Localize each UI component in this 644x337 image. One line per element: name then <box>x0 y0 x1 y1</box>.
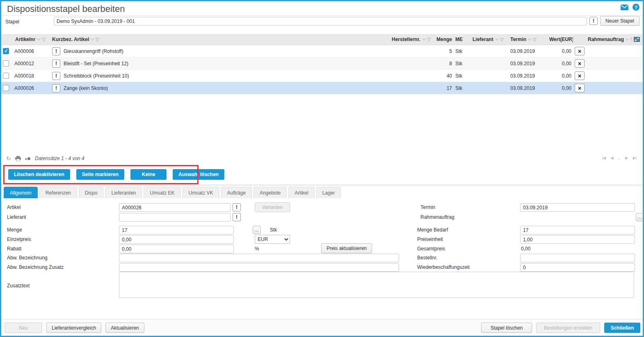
row-checkbox[interactable] <box>3 85 9 91</box>
rahmenauftrag-more-button[interactable]: ... <box>636 213 644 221</box>
print-icon[interactable] <box>15 156 21 161</box>
tab-umsatz-ek[interactable]: Umsatz EK <box>144 187 180 198</box>
table-row[interactable]: A000018 !Schreibblock (Preiseinheit 10) … <box>1 70 643 82</box>
column-termin[interactable]: Termin <box>509 37 548 42</box>
pager-last[interactable]: ▶| <box>633 156 636 160</box>
abw-bezeichnung-label: Abw. Bezeichnung <box>7 255 48 261</box>
einzelpreis-label: Einzelpreis <box>7 236 31 242</box>
tab-umsatz-vk[interactable]: Umsatz VK <box>183 187 219 198</box>
stapel-warn-button[interactable]: ! <box>589 17 598 25</box>
aktualisieren-button[interactable]: Aktualisieren <box>105 323 144 333</box>
einzelpreis-input[interactable] <box>119 235 234 244</box>
sort-icon[interactable] <box>37 38 41 42</box>
column-me[interactable]: ME <box>454 37 471 42</box>
column-lieferant[interactable]: Lieferant <box>471 37 509 42</box>
table-row[interactable]: A000006 !Giesskannengriff (Rohstoff) 5 S… <box>1 45 643 57</box>
tab-referenzen[interactable]: Referenzen <box>39 187 77 198</box>
table-row[interactable]: A000012 !Bleistift - Set (Preiseinheit 1… <box>1 57 643 70</box>
artikel-warn-button[interactable]: ! <box>233 203 241 211</box>
row-checkbox[interactable] <box>3 73 9 79</box>
auswahl-loeschen-button[interactable]: Auswahl löschen <box>173 169 224 180</box>
warn-button[interactable]: ! <box>52 47 60 55</box>
sort-icon[interactable] <box>626 38 629 42</box>
column-rahmenauftrag[interactable]: Rahmenauftrag <box>586 37 632 42</box>
rabatt-label: Rabatt <box>7 246 21 252</box>
loeschen-deaktivieren-button[interactable]: Löschen deaktivieren <box>8 169 70 180</box>
app-window: Dispositionsstapel bearbeiten ? Stapel !… <box>0 0 644 337</box>
warn-button[interactable]: ! <box>52 72 60 80</box>
menge-bedarf-input[interactable] <box>520 226 635 234</box>
refresh-icon[interactable]: ↻ <box>6 155 11 162</box>
abw-bezeichnung-input[interactable] <box>119 254 399 262</box>
currency-select[interactable]: EUR <box>255 235 290 244</box>
sort-icon[interactable] <box>495 38 499 42</box>
lieferant-input[interactable] <box>119 213 231 222</box>
stapel-input[interactable] <box>54 17 587 25</box>
menge-more-button[interactable]: ... <box>253 226 261 234</box>
artikel-input[interactable] <box>119 203 231 212</box>
disposition-table: Artikelnr Kurzbez. Artikel Herstellernr.… <box>1 34 643 94</box>
remove-row-button[interactable]: × <box>575 71 585 80</box>
filter-icon[interactable] <box>532 38 537 42</box>
tab-allgemein[interactable]: Allgemein <box>4 187 38 198</box>
column-kurzbez[interactable]: Kurzbez. Artikel <box>50 37 390 42</box>
filter-icon[interactable] <box>427 38 431 42</box>
filter-icon[interactable] <box>500 38 504 42</box>
cell-wert: 0,00 <box>548 48 573 54</box>
termin-input[interactable] <box>520 203 635 212</box>
tab-angebote[interactable]: Angebote <box>253 187 287 198</box>
warn-button[interactable]: ! <box>52 84 60 92</box>
zusatztext-textarea[interactable] <box>119 272 634 298</box>
tab-artikel[interactable]: Artikel <box>288 187 314 198</box>
help-icon[interactable]: ? <box>633 4 639 11</box>
pager-prev[interactable]: ◀ <box>610 156 613 160</box>
schliessen-button[interactable]: Schließen <box>604 323 640 333</box>
menge-input[interactable] <box>119 226 234 234</box>
pager-first[interactable]: |◀ <box>602 156 605 160</box>
percent-label: % <box>255 246 259 252</box>
cell-kurzbez: Schreibblock (Preiseinheit 10) <box>64 73 129 79</box>
column-herstellernr[interactable]: Herstellernr. <box>390 37 431 42</box>
remove-row-button[interactable]: × <box>575 47 585 55</box>
filter-icon[interactable] <box>41 38 46 42</box>
remove-row-button[interactable]: × <box>575 84 585 92</box>
lieferantenvergleich-button[interactable]: Lieferantenvergleich <box>46 323 101 333</box>
bestellungen-erstellen-button: Bestellungen erstellen <box>536 323 600 333</box>
page-title: Dispositionsstapel bearbeiten <box>7 4 125 14</box>
wiederbeschaffungszeit-input[interactable] <box>520 263 635 272</box>
table-row-selected[interactable]: A000026 !Zange (kein Skonto) 17 Stk 03.0… <box>1 82 643 94</box>
cell-kurzbez: Zange (kein Skonto) <box>64 85 108 91</box>
row-checkbox[interactable] <box>3 48 9 54</box>
seite-markieren-button[interactable]: Seite markieren <box>76 169 124 180</box>
column-menge[interactable]: Menge <box>431 37 454 42</box>
mail-icon[interactable] <box>621 5 628 10</box>
preis-aktualisieren-button[interactable]: Preis aktualisieren <box>321 243 372 253</box>
row-checkbox[interactable] <box>3 60 9 66</box>
tab-lager[interactable]: Lager <box>316 187 341 198</box>
grid-footer: ↻ Datensätze 1 - 4 von 4 |◀ ◀ ... ▶ ▶| <box>1 154 643 164</box>
filter-icon[interactable] <box>95 38 100 42</box>
tab-auftraege[interactable]: Aufträge <box>221 187 252 198</box>
stapel-loeschen-button[interactable]: Stapel löschen <box>481 323 532 333</box>
sort-icon[interactable] <box>91 38 94 42</box>
tab-lieferanten[interactable]: Lieferanten <box>105 187 142 198</box>
warn-button[interactable]: ! <box>52 60 60 68</box>
sort-icon[interactable] <box>528 38 532 42</box>
pager-next[interactable]: ▶ <box>625 156 628 160</box>
preiseinheit-input[interactable] <box>520 235 635 244</box>
sort-icon[interactable] <box>422 38 426 42</box>
column-artikelnr[interactable]: Artikelnr <box>14 37 50 42</box>
bestellnr-input[interactable] <box>520 254 635 262</box>
remove-row-button[interactable]: × <box>575 59 585 68</box>
rabatt-input[interactable] <box>119 245 234 253</box>
neuer-stapel-button[interactable]: Neuer Stapel <box>600 16 639 26</box>
keine-button[interactable]: Keine <box>130 169 167 180</box>
column-settings-icon[interactable] <box>632 37 643 42</box>
abw-bezeichnung-zusatz-input[interactable] <box>119 263 399 272</box>
lieferant-warn-button[interactable]: ! <box>233 213 241 221</box>
tab-dispo[interactable]: Dispo <box>79 187 104 198</box>
cell-me: Stk <box>454 73 471 79</box>
filter-icon[interactable] <box>630 38 632 42</box>
linked-records-icon[interactable] <box>25 157 30 160</box>
column-wert[interactable]: Wert(EUR) <box>548 37 573 42</box>
